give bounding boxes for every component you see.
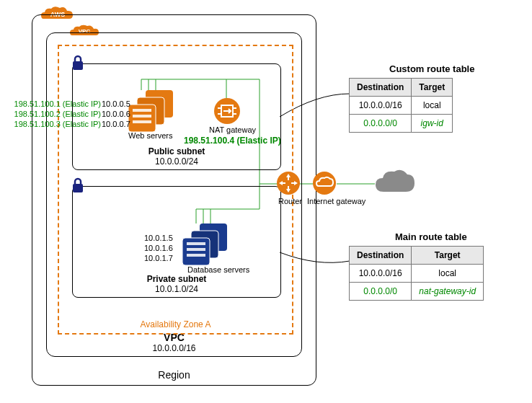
db-ip-list: 10.0.1.5 10.0.1.6 10.0.1.7 xyxy=(144,233,173,263)
web-servers-icon xyxy=(125,89,176,134)
public-subnet-title: Public subnet xyxy=(73,146,280,156)
cell-target: nat-gateway-id xyxy=(412,283,484,301)
router-icon xyxy=(276,171,301,198)
web-servers-label: Web servers xyxy=(128,131,173,140)
col-target: Target xyxy=(412,247,484,265)
nat-gateway-label: NAT gateway xyxy=(209,125,256,134)
custom-route-table: DestinationTarget 10.0.0.0/16local 0.0.0… xyxy=(349,78,453,133)
svg-rect-33 xyxy=(187,242,205,245)
nat-elastic-ip: 198.51.100.4 (Elastic IP) xyxy=(184,136,281,146)
internet-gateway-icon xyxy=(312,171,337,198)
cell-dest: 10.0.0.0/16 xyxy=(350,97,412,115)
web-local-ip-list: 10.0.0.5 10.0.0.6 10.0.0.7 xyxy=(102,99,130,129)
lock-icon xyxy=(70,54,86,74)
col-target: Target xyxy=(412,79,453,97)
main-route-table: DestinationTarget 10.0.0.0/16local 0.0.0… xyxy=(349,246,484,301)
svg-rect-16 xyxy=(73,61,83,70)
cell-dest: 10.0.0.0/16 xyxy=(350,265,412,283)
router-label: Router xyxy=(278,197,302,205)
cell-target: local xyxy=(412,265,484,283)
web-ip-3: 10.0.0.7 xyxy=(102,119,130,129)
cell-target: igw-id xyxy=(412,115,453,133)
svg-rect-21 xyxy=(133,109,151,112)
db-ip-2: 10.0.1.6 xyxy=(144,243,173,253)
main-route-table-title: Main route table xyxy=(395,231,467,242)
vpc-cidr: 10.0.0.0/16 xyxy=(47,343,301,353)
private-subnet-cidr: 10.0.1.0/24 xyxy=(73,284,280,294)
svg-rect-23 xyxy=(133,120,151,123)
public-subnet-cidr: 10.0.0.0/24 xyxy=(73,156,280,167)
web-eip-1: 198.51.100.1 (Elastic IP) xyxy=(0,99,101,109)
cell-dest: 0.0.0.0/0 xyxy=(350,283,412,301)
svg-rect-34 xyxy=(187,248,205,251)
internet-gateway-label: Internet gateway xyxy=(307,197,365,205)
internet-cloud-icon xyxy=(373,167,417,200)
db-ip-3: 10.0.1.7 xyxy=(144,253,173,263)
svg-rect-22 xyxy=(133,115,151,118)
private-subnet-title: Private subnet xyxy=(73,274,280,284)
svg-rect-17 xyxy=(73,184,83,192)
col-destination: Destination xyxy=(350,79,412,97)
lock-icon xyxy=(70,177,86,196)
web-eip-3: 198.51.100.3 (Elastic IP) xyxy=(0,119,101,129)
region-label: Region xyxy=(32,369,316,381)
cell-target: local xyxy=(412,97,453,115)
web-ip-2: 10.0.0.6 xyxy=(102,109,130,119)
svg-rect-32 xyxy=(182,238,210,265)
database-servers-label: Database servers xyxy=(187,265,249,274)
az-label: Availability Zone A xyxy=(59,319,292,329)
nat-gateway-icon xyxy=(213,97,241,127)
private-subnet: Private subnet 10.0.1.0/24 xyxy=(72,186,281,298)
col-destination: Destination xyxy=(350,247,412,265)
cell-dest: 0.0.0.0/0 xyxy=(350,115,412,133)
db-ip-1: 10.0.1.5 xyxy=(144,233,173,243)
elastic-ip-list: 198.51.100.1 (Elastic IP) 198.51.100.2 (… xyxy=(0,99,101,129)
diagram-root: AWS VPC Region VPC 10.0.0.0/16 Availabil… xyxy=(0,0,532,403)
database-servers-icon xyxy=(179,222,230,267)
svg-rect-20 xyxy=(128,105,156,132)
svg-rect-35 xyxy=(187,254,205,257)
web-ip-1: 10.0.0.5 xyxy=(102,99,130,109)
web-eip-2: 198.51.100.2 (Elastic IP) xyxy=(0,109,101,119)
custom-route-table-title: Custom route table xyxy=(389,63,474,74)
